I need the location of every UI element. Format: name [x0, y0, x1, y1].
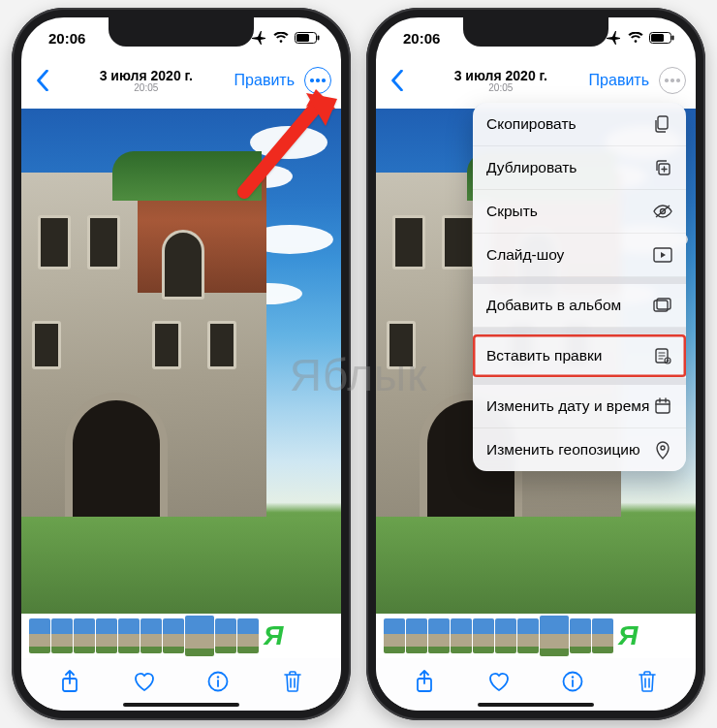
- nav-title-wrap: 3 июля 2020 г. 20:05: [58, 68, 234, 93]
- svg-marker-17: [661, 252, 666, 258]
- thumb[interactable]: [215, 618, 236, 653]
- nav-date: 3 июля 2020 г.: [58, 68, 234, 83]
- phone-frame-right: 20:06 3 июля 2: [366, 8, 705, 720]
- play-rect-icon: [653, 245, 672, 265]
- thumb[interactable]: [517, 618, 539, 653]
- more-button[interactable]: [659, 67, 686, 94]
- menu-label: Изменить дату и время: [486, 397, 649, 415]
- logo-badge: Я: [264, 620, 283, 651]
- thumb[interactable]: [140, 618, 162, 653]
- eye-off-icon: [653, 202, 672, 221]
- info-button[interactable]: [556, 665, 589, 698]
- paste-edits-icon: [653, 346, 672, 365]
- thumb[interactable]: [428, 618, 450, 653]
- svg-rect-11: [672, 36, 674, 41]
- thumb[interactable]: [51, 618, 73, 653]
- thumb[interactable]: [29, 618, 50, 653]
- thumb[interactable]: [96, 618, 117, 653]
- nav-bar: 3 июля 2020 г. 20:05 Править: [376, 58, 696, 103]
- menu-item-edit-location[interactable]: Изменить геопозицию: [473, 428, 686, 471]
- status-time: 20:06: [48, 30, 85, 47]
- svg-rect-22: [656, 400, 670, 413]
- svg-rect-10: [651, 34, 664, 42]
- home-indicator[interactable]: [478, 703, 594, 707]
- logo-badge: Я: [618, 620, 638, 651]
- wifi-icon: [628, 32, 643, 44]
- airplane-icon: [607, 31, 622, 45]
- phone-frame-left: 20:06 3 июля 2: [12, 8, 351, 720]
- back-button[interactable]: [382, 65, 413, 96]
- menu-item-hide[interactable]: Скрыть: [473, 190, 686, 234]
- svg-rect-1: [296, 34, 309, 42]
- thumb[interactable]: [473, 618, 494, 653]
- context-menu: Скопировать Дублировать Скрыть Слайд-шоу: [473, 103, 686, 471]
- share-button[interactable]: [408, 665, 441, 698]
- menu-separator: [473, 328, 686, 334]
- thumb-selected[interactable]: [185, 616, 214, 656]
- menu-label: Слайд-шоу: [486, 246, 564, 264]
- thumb[interactable]: [570, 618, 591, 653]
- share-button[interactable]: [53, 665, 86, 698]
- nav-date: 3 июля 2020 г.: [413, 68, 589, 83]
- thumb-selected[interactable]: [540, 616, 569, 656]
- album-add-icon: [653, 296, 672, 315]
- svg-rect-12: [658, 116, 668, 129]
- svg-line-7: [244, 105, 318, 192]
- menu-label: Скрыть: [486, 203, 538, 220]
- menu-item-edit-date[interactable]: Изменить дату и время: [473, 385, 686, 428]
- screen-right: 20:06 3 июля 2: [376, 17, 696, 711]
- menu-separator: [473, 277, 686, 284]
- calendar-icon: [653, 396, 672, 416]
- svg-point-26: [572, 676, 574, 678]
- menu-label: Дублировать: [486, 159, 577, 176]
- svg-point-5: [217, 676, 219, 678]
- battery-icon: [295, 32, 320, 44]
- thumb[interactable]: [384, 618, 405, 653]
- back-button[interactable]: [27, 65, 58, 96]
- duplicate-icon: [653, 158, 672, 177]
- menu-item-duplicate[interactable]: Дублировать: [473, 146, 686, 190]
- thumb[interactable]: [163, 618, 184, 653]
- menu-item-copy[interactable]: Скопировать: [473, 103, 686, 146]
- svg-point-23: [661, 446, 665, 450]
- notch: [463, 17, 608, 47]
- thumb[interactable]: [406, 618, 427, 653]
- battery-icon: [649, 32, 674, 44]
- info-button[interactable]: [202, 665, 234, 698]
- menu-item-slideshow[interactable]: Слайд-шоу: [473, 234, 686, 277]
- thumb[interactable]: [118, 618, 140, 653]
- thumb[interactable]: [495, 618, 516, 653]
- like-button[interactable]: [483, 665, 515, 698]
- thumbnail-strip[interactable]: Я: [21, 614, 341, 658]
- ellipsis-icon: [665, 79, 680, 82]
- airplane-icon: [252, 31, 267, 45]
- nav-title-wrap: 3 июля 2020 г. 20:05: [413, 68, 589, 93]
- home-indicator[interactable]: [123, 703, 239, 707]
- status-time: 20:06: [403, 30, 440, 47]
- thumbnail-strip[interactable]: Я: [376, 614, 696, 658]
- menu-item-add-album[interactable]: Добавить в альбом: [473, 284, 686, 328]
- copy-icon: [653, 114, 672, 134]
- menu-label: Скопировать: [486, 115, 577, 133]
- thumb[interactable]: [74, 618, 95, 653]
- ellipsis-icon: [310, 79, 326, 82]
- like-button[interactable]: [128, 665, 161, 698]
- pin-icon: [653, 440, 672, 459]
- trash-button[interactable]: [631, 665, 664, 698]
- menu-label: Вставить правки: [486, 347, 602, 364]
- thumb[interactable]: [451, 618, 472, 653]
- edit-button[interactable]: Править: [589, 72, 649, 89]
- wifi-icon: [273, 32, 289, 44]
- menu-label: Добавить в альбом: [486, 297, 621, 314]
- notch: [109, 17, 254, 47]
- menu-separator: [473, 378, 686, 385]
- trash-button[interactable]: [276, 665, 309, 698]
- nav-time: 20:05: [58, 82, 234, 93]
- thumb[interactable]: [592, 618, 613, 653]
- menu-label: Изменить геопозицию: [486, 441, 640, 459]
- callout-arrow: [233, 83, 339, 204]
- thumb[interactable]: [237, 618, 259, 653]
- nav-time: 20:05: [413, 82, 589, 93]
- menu-item-paste-edits[interactable]: Вставить правки: [473, 334, 686, 378]
- svg-rect-2: [318, 36, 320, 41]
